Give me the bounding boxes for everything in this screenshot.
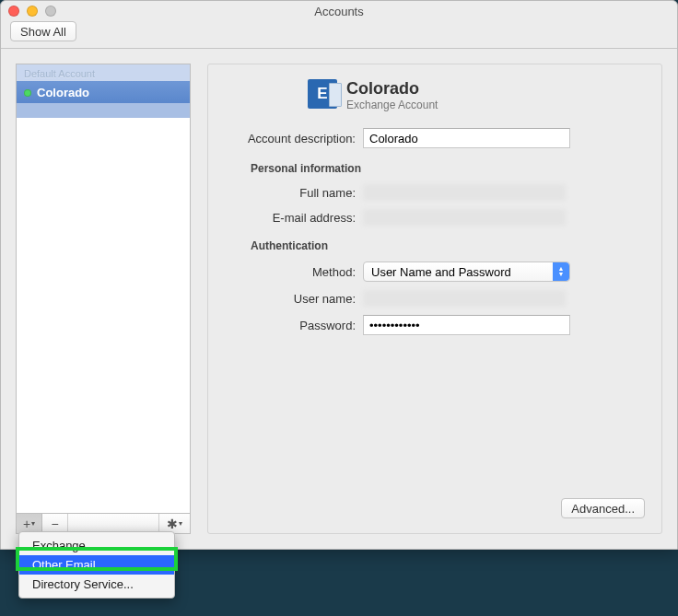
menu-item-other-email[interactable]: Other Email... [19,555,174,575]
toolbar: Show All [1,21,677,49]
username-value [363,290,566,307]
menu-item-exchange[interactable]: Exchange... [19,536,174,555]
sidebar-section-label: Default Account [17,64,190,81]
password-field[interactable] [363,315,570,335]
description-field[interactable] [363,128,570,148]
chevron-down-icon: ▾ [31,519,35,528]
email-label: E-mail address: [225,211,363,225]
authentication-heading: Authentication [251,239,645,252]
account-subrow [17,103,190,118]
account-header: E Colorado Exchange Account [308,79,645,111]
chevron-down-icon: ▾ [179,519,182,528]
account-list[interactable]: Default Account Colorado [16,64,191,513]
account-name-label: Colorado [37,86,89,99]
zoom-window-button[interactable] [45,6,56,17]
auth-method-value: User Name and Password [371,265,511,279]
menu-item-directory-service[interactable]: Directory Service... [19,575,174,594]
account-title: Colorado [346,79,438,99]
add-account-button[interactable]: +▾ [17,514,42,533]
minimize-window-button[interactable] [27,6,38,17]
content-area: Default Account Colorado +▾ − ✱▾ [1,49,677,549]
account-list-item[interactable]: Colorado [17,81,190,103]
advanced-button[interactable]: Advanced... [561,498,645,518]
full-name-label: Full name: [225,186,363,200]
settings-button[interactable]: ✱▾ [158,514,190,533]
email-value [363,209,566,226]
personal-info-heading: Personal information [251,162,645,175]
description-label: Account description: [225,132,363,145]
sidebar: Default Account Colorado +▾ − ✱▾ [16,64,191,534]
exchange-icon: E [308,79,337,109]
method-label: Method: [225,265,363,279]
gear-icon: ✱ [167,517,178,531]
username-label: User name: [225,292,363,306]
account-type-label: Exchange Account [346,99,438,111]
status-online-icon [24,89,31,97]
password-label: Password: [225,319,363,332]
titlebar: Accounts [1,1,677,21]
details-panel: E Colorado Exchange Account Account desc… [207,64,662,534]
remove-account-button[interactable]: − [42,514,68,533]
full-name-value [363,184,566,201]
add-account-menu: Exchange... Other Email... Directory Ser… [18,531,175,599]
plus-icon: + [23,517,30,531]
select-stepper-icon: ▲▼ [553,262,569,281]
accounts-window: Accounts Show All Default Account Colora… [0,0,678,550]
auth-method-select[interactable]: User Name and Password ▲▼ [363,262,570,282]
window-title: Accounts [1,5,677,18]
traffic-lights [8,6,56,17]
show-all-button[interactable]: Show All [10,21,76,41]
close-window-button[interactable] [8,6,19,17]
minus-icon: − [51,517,58,531]
